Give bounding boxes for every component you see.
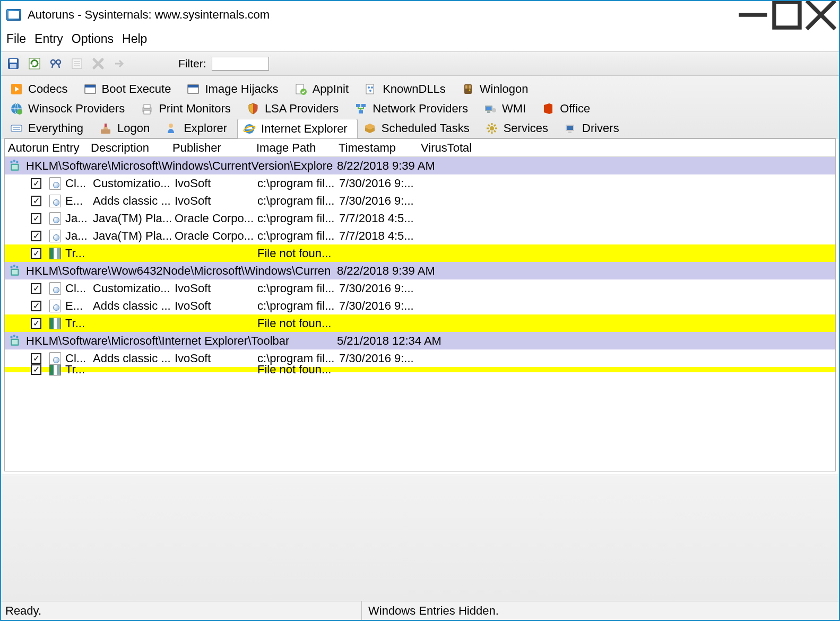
cell-entry: E... — [64, 299, 92, 313]
filter-input[interactable] — [212, 57, 269, 71]
enable-checkbox[interactable]: ✓ — [26, 301, 46, 311]
cell-publisher: IvoSoft — [174, 299, 256, 313]
col-virustotal[interactable]: VirusTotal — [418, 140, 500, 156]
autorun-entry-row[interactable]: ✓Cl...Adds classic ...IvoSoftc:\program … — [5, 349, 835, 367]
registry-path: HKLM\Software\Wow6432Node\Microsoft\Wind… — [25, 264, 336, 278]
codecs-icon — [10, 83, 23, 95]
enable-checkbox[interactable]: ✓ — [26, 364, 46, 375]
tab-print-monitors[interactable]: Print Monitors — [135, 99, 241, 118]
tab-codecs[interactable]: Codecs — [4, 79, 78, 99]
tab-logon[interactable]: Logon — [93, 118, 160, 138]
menu-options[interactable]: Options — [68, 31, 119, 47]
svg-rect-29 — [469, 85, 471, 89]
cell-description: Customizatio... — [92, 282, 174, 295]
tab-appinit[interactable]: AppInit — [289, 79, 359, 99]
print-monitors-icon — [141, 102, 153, 115]
menu-file[interactable]: File — [3, 31, 31, 47]
program-icon — [49, 364, 61, 375]
cell-image-path: c:\program fil... — [256, 212, 338, 225]
autorun-entry-row[interactable]: ✓E...Adds classic ...IvoSoftc:\program f… — [5, 192, 835, 209]
enable-checkbox[interactable]: ✓ — [26, 178, 46, 189]
find-button[interactable] — [48, 56, 64, 72]
autorun-entry-row[interactable]: ✓Ja...Java(TM) Pla...Oracle Corpo...c:\p… — [5, 209, 835, 227]
registry-group-row[interactable]: HKLM\Software\Microsoft\Internet Explore… — [5, 332, 835, 349]
tab-lsa-providers[interactable]: LSA Providers — [241, 99, 349, 118]
maximize-button[interactable] — [770, 3, 804, 27]
list-body[interactable]: HKLM\Software\Microsoft\Windows\CurrentV… — [5, 157, 835, 471]
svg-point-72 — [16, 266, 18, 268]
col-publisher[interactable]: Publisher — [169, 140, 253, 156]
autorun-entry-row[interactable]: ✓Tr...File not foun... — [5, 244, 835, 262]
refresh-button[interactable] — [27, 56, 42, 72]
svg-rect-46 — [101, 129, 110, 134]
cell-entry: Ja... — [64, 229, 92, 243]
svg-rect-69 — [12, 269, 18, 274]
col-timestamp[interactable]: Timestamp — [335, 140, 418, 156]
autorun-entry-row[interactable]: ✓Tr...File not foun... — [5, 314, 835, 332]
cell-image-path: c:\program fil... — [256, 194, 338, 208]
registry-group-row[interactable]: HKLM\Software\Wow6432Node\Microsoft\Wind… — [5, 262, 835, 279]
cell-image-path: File not foun... — [256, 247, 338, 260]
enable-checkbox[interactable]: ✓ — [26, 231, 46, 241]
cell-publisher: IvoSoft — [174, 352, 256, 365]
cell-timestamp: 7/30/2016 9:... — [338, 299, 444, 313]
tab-label: Codecs — [28, 82, 68, 96]
dll-file-icon — [49, 300, 61, 312]
save-button[interactable] — [5, 56, 21, 72]
col-image-path[interactable]: Image Path — [253, 140, 335, 156]
tab-services[interactable]: Services — [480, 118, 558, 138]
tab-label: Logon — [117, 121, 150, 135]
tab-image-hijacks[interactable]: Image Hijacks — [181, 79, 288, 99]
tab-everything[interactable]: Everything — [4, 118, 93, 138]
properties-button[interactable] — [69, 56, 85, 72]
winsock-icon — [10, 102, 23, 115]
autorun-entry-row[interactable]: ✓Cl...Customizatio...IvoSoftc:\program f… — [5, 174, 835, 192]
svg-point-32 — [17, 109, 22, 115]
tab-knowndlls[interactable]: KnownDLLs — [359, 79, 456, 99]
svg-rect-37 — [361, 104, 366, 107]
drivers-icon — [564, 122, 577, 135]
delete-button[interactable] — [90, 56, 106, 72]
svg-line-59 — [488, 130, 490, 132]
svg-point-70 — [10, 266, 12, 268]
registry-group-row[interactable]: HKLM\Software\Microsoft\Windows\CurrentV… — [5, 157, 835, 174]
svg-rect-28 — [465, 85, 467, 89]
tab-scheduled-tasks[interactable]: Scheduled Tasks — [358, 118, 480, 138]
autorun-entry-row[interactable]: ✓Tr...File not foun... — [5, 367, 835, 372]
program-icon — [49, 318, 61, 329]
image-hijacks-icon — [187, 83, 200, 95]
enable-checkbox[interactable]: ✓ — [26, 353, 46, 364]
enable-checkbox[interactable]: ✓ — [26, 318, 46, 329]
jump-button[interactable] — [111, 56, 127, 72]
tab-winlogon[interactable]: Winlogon — [456, 79, 539, 99]
tab-boot-execute[interactable]: Boot Execute — [78, 79, 181, 99]
col-autorun-entry[interactable]: Autorun Entry — [5, 140, 88, 156]
tab-explorer[interactable]: Explorer — [160, 118, 237, 138]
col-description[interactable]: Description — [88, 140, 169, 156]
tab-office[interactable]: Office — [536, 99, 600, 118]
enable-checkbox[interactable]: ✓ — [26, 196, 46, 206]
enable-checkbox[interactable]: ✓ — [26, 283, 46, 294]
svg-line-10 — [52, 64, 53, 68]
registry-path: HKLM\Software\Microsoft\Internet Explore… — [25, 334, 336, 348]
tab-label: Scheduled Tasks — [382, 121, 470, 135]
minimize-button[interactable] — [736, 3, 770, 27]
menu-help[interactable]: Help — [119, 31, 152, 47]
tab-network-providers[interactable]: Network Providers — [349, 99, 478, 118]
autorun-entry-row[interactable]: ✓E...Adds classic ...IvoSoftc:\program f… — [5, 297, 835, 314]
svg-rect-47 — [105, 124, 107, 127]
cell-publisher: Oracle Corpo... — [174, 212, 256, 225]
enable-checkbox[interactable]: ✓ — [26, 248, 46, 259]
tab-drivers[interactable]: Drivers — [558, 118, 629, 138]
enable-checkbox[interactable]: ✓ — [26, 213, 46, 224]
autorun-entry-row[interactable]: ✓Ja...Java(TM) Pla...Oracle Corpo...c:\p… — [5, 227, 835, 244]
winlogon-icon — [462, 83, 474, 95]
lsa-providers-icon — [247, 102, 259, 115]
close-button[interactable] — [804, 3, 838, 27]
tab-internet-explorer[interactable]: Internet Explorer — [237, 119, 358, 138]
tab-wmi[interactable]: WMI — [478, 99, 536, 118]
tab-winsock[interactable]: Winsock Providers — [4, 99, 135, 118]
autorun-entry-row[interactable]: ✓Cl...Customizatio...IvoSoftc:\program f… — [5, 279, 835, 297]
menu-entry[interactable]: Entry — [31, 31, 68, 47]
logon-icon — [99, 122, 112, 135]
